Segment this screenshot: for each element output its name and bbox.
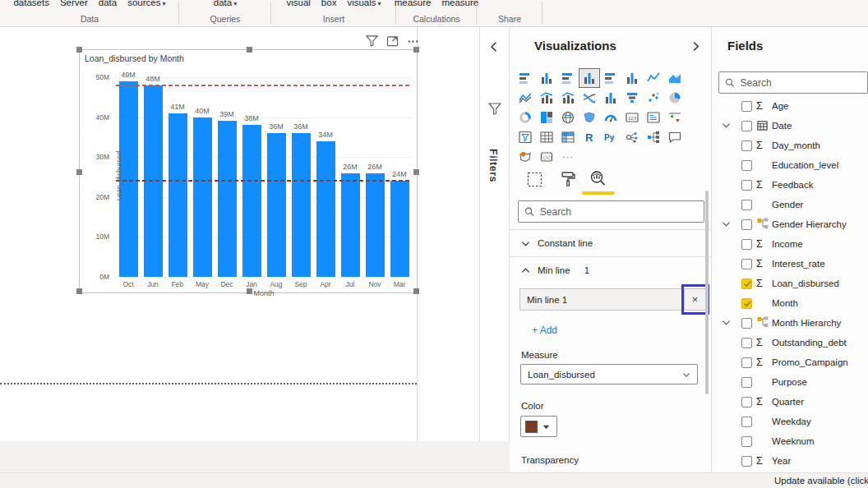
fields-search-input[interactable] — [741, 77, 861, 89]
multi-row-card-icon[interactable] — [643, 108, 664, 127]
field-row-month[interactable]: Month — [712, 293, 868, 313]
focus-mode-icon[interactable] — [386, 35, 399, 47]
matrix-icon[interactable] — [557, 127, 579, 147]
expand-chevron-icon[interactable] — [722, 219, 731, 228]
field-checkbox[interactable] — [741, 436, 752, 447]
funnel-chart-icon[interactable] — [621, 88, 643, 108]
field-checkbox[interactable] — [741, 101, 752, 112]
add-line-button[interactable]: + Add — [532, 325, 557, 336]
filters-pane-collapsed[interactable]: Filters — [479, 27, 510, 441]
selection-handle[interactable] — [76, 288, 82, 294]
field-checkbox[interactable] — [741, 397, 752, 407]
donut-chart-icon[interactable] — [515, 108, 536, 127]
chart-bar[interactable] — [218, 121, 237, 277]
chart-bar[interactable] — [341, 173, 360, 277]
delete-min-line-button[interactable]: × — [685, 288, 706, 311]
chart-bar[interactable] — [242, 125, 261, 277]
selection-handle[interactable] — [413, 169, 419, 175]
chart-bar[interactable] — [316, 141, 335, 277]
scatter-chart-icon[interactable] — [643, 88, 664, 108]
field-checkbox[interactable] — [741, 219, 752, 230]
ribbon-chart-icon[interactable] — [579, 88, 600, 108]
field-row-interest-rate[interactable]: ΣInterest_rate — [712, 254, 868, 274]
ribbon-button-box[interactable]: box — [321, 0, 337, 7]
more-options-icon[interactable] — [407, 35, 419, 47]
selection-handle[interactable] — [413, 47, 419, 53]
expand-chevron-icon[interactable] — [722, 121, 731, 130]
slicer-icon[interactable] — [515, 127, 536, 147]
line-and-stacked-column-chart-icon[interactable] — [536, 88, 557, 108]
field-row-education-level[interactable]: Education_level — [712, 155, 868, 175]
field-checkbox[interactable] — [741, 180, 752, 191]
field-row-income[interactable]: ΣIncome — [712, 234, 868, 254]
field-checkbox[interactable] — [741, 338, 752, 348]
collapse-visualizations-chevron-icon[interactable] — [690, 41, 701, 52]
field-checkbox[interactable] — [741, 160, 752, 171]
analytics-pane-scrollbar[interactable] — [705, 191, 709, 394]
line-and-clustered-column-chart-icon[interactable] — [557, 88, 579, 108]
selection-handle[interactable] — [76, 47, 82, 53]
kpi-icon[interactable]: ▲▼ — [664, 108, 686, 127]
field-checkbox[interactable] — [741, 200, 752, 210]
field-row-loan-disbursed[interactable]: ΣLoan_disbursed — [712, 274, 868, 293]
selection-handle[interactable] — [247, 47, 252, 53]
ribbon-button-visual[interactable]: visual — [286, 0, 310, 7]
paginated-report-icon[interactable] — [515, 147, 536, 167]
field-checkbox[interactable] — [741, 140, 752, 151]
expand-chevron-icon[interactable] — [722, 318, 731, 327]
field-checkbox[interactable] — [741, 279, 752, 289]
ribbon-button-sources[interactable]: sources▾ — [127, 0, 165, 7]
clustered-column-chart-icon[interactable] — [579, 68, 600, 88]
field-checkbox[interactable] — [741, 456, 752, 467]
analytics-tab-icon[interactable] — [589, 169, 607, 188]
ribbon-button-Server[interactable]: Server — [60, 0, 88, 7]
field-row-day-month[interactable]: ΣDay_month — [712, 136, 868, 155]
filled-map-icon[interactable] — [579, 108, 600, 127]
treemap-icon[interactable] — [536, 108, 557, 127]
selection-handle[interactable] — [247, 288, 252, 294]
line-chart-icon[interactable] — [643, 68, 664, 88]
ribbon-button-data[interactable]: data — [99, 0, 117, 7]
field-checkbox[interactable] — [741, 239, 752, 250]
field-row-quarter[interactable]: ΣQuarter — [712, 392, 868, 412]
r-script-visual-icon[interactable]: R — [579, 127, 600, 147]
field-row-feedback[interactable]: ΣFeedback — [712, 175, 868, 195]
card-icon[interactable]: 123 — [621, 108, 643, 127]
build-visual-tab-icon[interactable] — [527, 172, 542, 187]
bar-chart-visual[interactable]: Loan_disbursed by Month 0M10M20M30M40M50… — [79, 49, 418, 293]
field-row-weekday[interactable]: Weekday — [712, 412, 868, 431]
power-apps-icon[interactable]: ◇◇ — [536, 147, 557, 167]
field-row-month-hierarchy[interactable]: Month Hierarchy — [712, 313, 868, 333]
stacked-area-chart-icon[interactable] — [515, 88, 536, 108]
table-icon[interactable] — [536, 127, 557, 147]
analytics-search-input[interactable] — [540, 206, 698, 218]
ribbon-button-measure[interactable]: measure — [395, 0, 432, 7]
100-stacked-column-chart-icon[interactable] — [621, 68, 643, 88]
field-checkbox[interactable] — [741, 298, 752, 309]
field-row-outstanding-debt[interactable]: ΣOutstanding_debt — [712, 333, 868, 352]
q-and-a-icon[interactable] — [664, 127, 686, 147]
field-row-purpose[interactable]: Purpose — [712, 372, 868, 392]
measure-dropdown[interactable]: Loan_disbursed — [520, 364, 698, 384]
map-icon[interactable] — [557, 108, 579, 127]
constant-line-section-header[interactable]: Constant line — [510, 230, 711, 256]
ribbon-button-datasets[interactable]: datasets — [13, 0, 48, 7]
more-visuals-icon[interactable]: ··· — [557, 147, 579, 167]
reference-max-line[interactable] — [116, 85, 412, 86]
python-visual-icon[interactable]: Py — [600, 127, 621, 147]
reference-min-line-1[interactable] — [116, 180, 412, 182]
format-visual-tab-icon[interactable] — [560, 171, 576, 187]
ribbon-button-data[interactable]: data▾ — [214, 0, 237, 7]
min-line-name-input[interactable]: Min line 1 — [519, 288, 685, 311]
selection-handle[interactable] — [76, 169, 82, 175]
update-available-link[interactable]: Update available (click — [774, 476, 868, 486]
chart-bar[interactable] — [366, 173, 385, 277]
field-row-age[interactable]: ΣAge — [712, 96, 868, 116]
pie-chart-icon[interactable] — [664, 88, 686, 108]
chart-bar[interactable] — [292, 133, 311, 277]
expand-filters-chevron-icon[interactable] — [488, 41, 500, 53]
field-checkbox[interactable] — [741, 417, 752, 427]
field-checkbox[interactable] — [741, 121, 752, 131]
field-row-weeknum[interactable]: Weeknum — [712, 431, 868, 451]
ribbon-button-measure[interactable]: measure — [442, 0, 479, 7]
